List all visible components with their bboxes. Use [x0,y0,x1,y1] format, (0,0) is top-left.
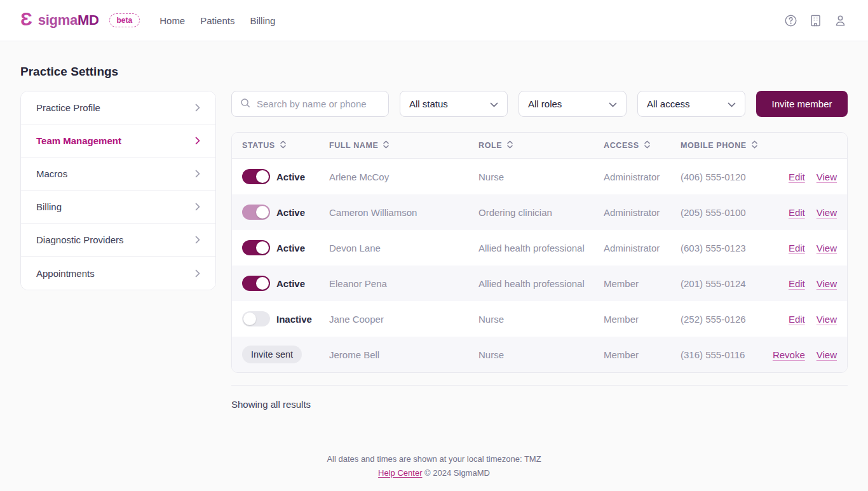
invite-member-button[interactable]: Invite member [756,91,848,117]
help-icon[interactable] [783,13,798,28]
chevron-right-icon [195,104,200,112]
chevron-right-icon [195,269,200,278]
status-cell: Invite sent [242,346,329,363]
sort-icon [506,140,513,151]
main-content: Practice Settings Practice ProfileTeam M… [0,65,868,410]
row-action-view[interactable]: View [817,349,837,360]
row-actions: EditView [771,172,837,182]
status-toggle[interactable] [242,240,270,255]
row-action-edit[interactable]: Edit [789,278,805,289]
column-header-role[interactable]: Role [478,140,604,151]
row-actions: EditView [771,314,837,325]
chevron-down-icon [490,98,498,109]
cell-role: Nurse [478,314,604,325]
chevron-down-icon [609,98,617,109]
column-header-mobile-phone[interactable]: Mobile phone [681,140,771,151]
row-action-view[interactable]: View [817,243,837,253]
cell-mobile-phone: (252) 555-0126 [681,314,771,325]
search-input[interactable] [257,98,381,109]
page-footer: All dates and times are shown at your lo… [0,454,868,478]
toggle-knob [256,206,269,219]
sidebar-item-diagnostic-providers[interactable]: Diagnostic Providers [21,224,215,257]
nav-link-billing[interactable]: Billing [250,15,275,26]
sidebar-item-macros[interactable]: Macros [21,158,215,191]
results-count-text: Showing all results [231,399,848,410]
cell-full-name: Jane Cooper [329,314,478,325]
search-icon [240,97,251,111]
status-filter-value: All status [409,98,448,109]
table-row: ActiveEleanor PenaAllied health professi… [232,266,847,301]
status-toggle[interactable] [242,276,270,291]
nav-link-patients[interactable]: Patients [200,15,234,26]
chevron-down-icon [728,98,736,109]
status-cell: Active [242,240,329,255]
cell-access: Administrator [604,172,681,182]
timezone-note: All dates and times are shown at your lo… [0,454,868,464]
column-header-status[interactable]: Status [242,140,329,151]
help-center-link[interactable]: Help Center [378,468,422,478]
cell-mobile-phone: (205) 555-0100 [681,207,771,218]
row-action-view[interactable]: View [817,207,837,218]
chevron-right-icon [195,236,200,244]
roles-filter-select[interactable]: All roles [519,91,627,117]
row-action-view[interactable]: View [817,172,837,182]
cell-full-name: Devon Lane [329,243,478,253]
app-logo-text: sigmaMD [38,12,99,29]
row-action-edit[interactable]: Edit [789,243,805,253]
building-icon[interactable] [808,13,823,28]
table-body: ActiveArlene McCoyNurseAdministrator(406… [232,159,847,372]
cell-access: Member [604,278,681,289]
app-logo[interactable]: Ɛ sigmaMD beta [20,11,140,30]
row-action-revoke[interactable]: Revoke [773,349,805,360]
row-action-view[interactable]: View [817,278,837,289]
sort-icon [751,140,758,151]
sort-icon [644,140,651,151]
invite-sent-badge: Invite sent [242,346,302,363]
sidebar-item-label: Appointments [36,268,95,279]
search-box [231,91,389,117]
table-header-row: StatusFull nameRoleAccessMobile phone [232,133,847,159]
column-label: Access [604,141,639,150]
status-label: Inactive [276,314,312,325]
row-actions: EditView [771,243,837,253]
column-header-full-name[interactable]: Full name [329,140,478,151]
sidebar-item-label: Team Management [36,135,121,146]
table-row: InactiveJane CooperNurseMember(252) 555-… [232,301,847,337]
table-row: ActiveArlene McCoyNurseAdministrator(406… [232,159,847,194]
chevron-right-icon [195,137,200,145]
settings-sidebar: Practice ProfileTeam ManagementMacrosBil… [20,91,216,290]
sidebar-item-practice-profile[interactable]: Practice Profile [21,91,215,124]
row-action-edit[interactable]: Edit [789,207,805,218]
access-filter-select[interactable]: All access [637,91,745,117]
status-toggle[interactable] [242,205,270,220]
nav-link-home[interactable]: Home [159,15,185,26]
table-row: ActiveCameron WilliamsonOrdering clinici… [232,194,847,230]
roles-filter-value: All roles [528,98,562,109]
sidebar-item-billing[interactable]: Billing [21,191,215,224]
cell-role: Nurse [478,172,604,182]
results-divider [231,385,848,386]
toggle-knob [256,277,269,290]
beta-badge: beta [109,13,140,27]
team-members-table: StatusFull nameRoleAccessMobile phone Ac… [231,132,848,373]
cell-full-name: Cameron Williamson [329,207,478,218]
chevron-right-icon [195,203,200,211]
status-toggle[interactable] [242,311,270,326]
row-action-edit[interactable]: Edit [789,314,805,325]
row-action-edit[interactable]: Edit [789,172,805,182]
sidebar-item-appointments[interactable]: Appointments [21,257,215,290]
status-filter-select[interactable]: All status [400,91,508,117]
toggle-knob [256,241,269,254]
cell-full-name: Arlene McCoy [329,172,478,182]
sidebar-item-label: Billing [36,201,62,212]
user-profile-icon[interactable] [832,13,848,28]
table-row: ActiveDevon LaneAllied health profession… [232,230,847,266]
status-label: Active [276,207,305,218]
row-action-view[interactable]: View [817,314,837,325]
column-label: Mobile phone [681,141,747,150]
status-toggle[interactable] [242,169,270,184]
row-actions: EditView [771,278,837,289]
cell-access: Administrator [604,207,681,218]
column-header-access[interactable]: Access [604,140,681,151]
sidebar-item-team-management[interactable]: Team Management [21,124,215,158]
